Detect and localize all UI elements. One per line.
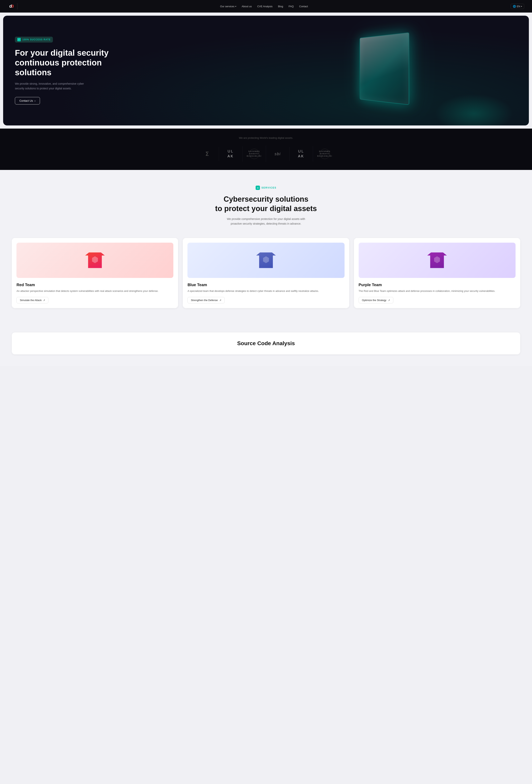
- nav-about-us[interactable]: About us: [242, 5, 252, 8]
- partner-logo-ssb-2: SAVUNMA SANAYİİ BAŞKANLIĞI: [320, 149, 330, 159]
- arrow-icon: ↗: [388, 299, 390, 302]
- nav-cve-analysis[interactable]: CVE Analysis: [257, 5, 272, 8]
- partner-logo-ulak-2: ULAK: [298, 149, 304, 158]
- source-code-title: Source Code Analysis: [237, 340, 295, 346]
- strengthen-defense-button[interactable]: Strengthen the Defense ↗: [187, 297, 225, 303]
- red-team-visual: [17, 243, 173, 278]
- red-team-description: An attacker perspective simulation that …: [17, 289, 173, 293]
- partner-logo-ssb-1: SAVUNMA SANAYİİ BAŞKANLIĞI: [249, 149, 259, 159]
- logo-item-2: ULAK: [219, 146, 242, 162]
- nav-divider: [17, 3, 18, 9]
- logo-item-6: SAVUNMA SANAYİİ BAŞKANLIĞI: [313, 146, 336, 162]
- logo-item-4: sbi: [266, 147, 290, 161]
- globe-icon: 🌐: [513, 5, 516, 8]
- logo-item-3: SAVUNMA SANAYİİ BAŞKANLIĞI: [242, 146, 266, 162]
- logo-item-1: ⵉ: [196, 147, 219, 161]
- hero-section: ✓ 100% SUCCESS RATE For your digital sec…: [3, 16, 529, 125]
- chevron-down-icon: ▾: [521, 5, 522, 7]
- shield-visual: [357, 35, 412, 106]
- services-icon: ⊞: [256, 186, 260, 190]
- nav-right: 🌐 EN ▾: [511, 4, 524, 9]
- nav-blog[interactable]: Blog: [278, 5, 283, 8]
- blue-team-title: Blue Team: [187, 283, 344, 287]
- optimize-strategy-button[interactable]: Optimize the Strategy ↗: [359, 297, 393, 303]
- purple-team-icon: [427, 252, 447, 268]
- services-headline: Cybersecurity solutions to protect your …: [12, 195, 520, 213]
- hero-description: We provide strong, innovative, and compr…: [15, 82, 89, 91]
- hero-headline: For your digital security continuous pro…: [15, 48, 109, 78]
- nav-contact[interactable]: Contact: [299, 5, 308, 8]
- red-team-card: Red Team An attacker perspective simulat…: [12, 238, 178, 308]
- services-subtitle: We provide comprehensive protection for …: [227, 217, 305, 226]
- hero-content: ✓ 100% SUCCESS RATE For your digital sec…: [3, 25, 120, 116]
- logos-row: ⵉ ULAK SAVUNMA SANAYİİ BAŞKANLIĞI sbi UL…: [12, 146, 520, 162]
- check-icon: ✓: [17, 38, 21, 41]
- trusted-subtitle: We are protecting World's leading digita…: [12, 136, 520, 139]
- shield-3d: [360, 32, 409, 105]
- purple-team-visual: [359, 243, 515, 278]
- service-cards: Red Team An attacker perspective simulat…: [12, 238, 520, 308]
- trusted-section: We are protecting World's leading digita…: [0, 129, 532, 170]
- hero-visual: [240, 16, 529, 125]
- services-label: ⊞ SERVICES: [12, 186, 520, 190]
- chevron-down-icon: ▾: [235, 5, 236, 7]
- partner-logo-sbi: sbi: [275, 152, 281, 156]
- blue-team-visual: [187, 243, 344, 278]
- blue-team-icon: [256, 252, 276, 268]
- blue-shirt: [256, 252, 276, 268]
- simulate-attack-button[interactable]: Simulate the Attack ↗: [17, 297, 49, 303]
- nav-our-services[interactable]: Our services ▾: [220, 5, 236, 8]
- purple-team-description: The Red and Blue Team optimizes attack a…: [359, 289, 515, 293]
- arrow-icon: ↗: [219, 299, 221, 302]
- glow-effect: [435, 94, 513, 125]
- success-badge: ✓ 100% SUCCESS RATE: [15, 37, 53, 43]
- source-code-section: Source Code Analysis: [0, 329, 532, 366]
- partner-logo-1: ⵉ: [205, 151, 209, 157]
- blue-team-description: A specialized team that develops defense…: [187, 289, 344, 293]
- blue-team-card: Blue Team A specialized team that develo…: [183, 238, 349, 308]
- red-team-title: Red Team: [17, 283, 173, 287]
- logo[interactable]: d0: [8, 3, 18, 10]
- arrow-icon: ↗: [43, 299, 45, 302]
- language-switcher[interactable]: 🌐 EN ▾: [511, 4, 524, 9]
- services-section: ⊞ SERVICES Cybersecurity solutions to pr…: [0, 170, 532, 329]
- logo-icon: d0: [8, 3, 15, 10]
- partner-logo-ulak-1: ULAK: [228, 149, 234, 158]
- nav-links: Our services ▾ About us CVE Analysis Blo…: [220, 5, 308, 8]
- purple-shirt: [427, 252, 447, 268]
- purple-team-card: Purple Team The Red and Blue Team optimi…: [354, 238, 520, 308]
- purple-team-title: Purple Team: [359, 283, 515, 287]
- nav-faq[interactable]: FAQ: [289, 5, 294, 8]
- arrow-icon: ›: [34, 99, 35, 102]
- source-code-card: Source Code Analysis: [12, 332, 520, 354]
- contact-us-button[interactable]: Contact Us ›: [15, 97, 40, 105]
- red-team-icon: [85, 252, 105, 268]
- red-shirt: [85, 252, 105, 268]
- navbar: d0 Our services ▾ About us CVE Analysis …: [0, 0, 532, 12]
- logo-item-5: ULAK: [290, 146, 313, 162]
